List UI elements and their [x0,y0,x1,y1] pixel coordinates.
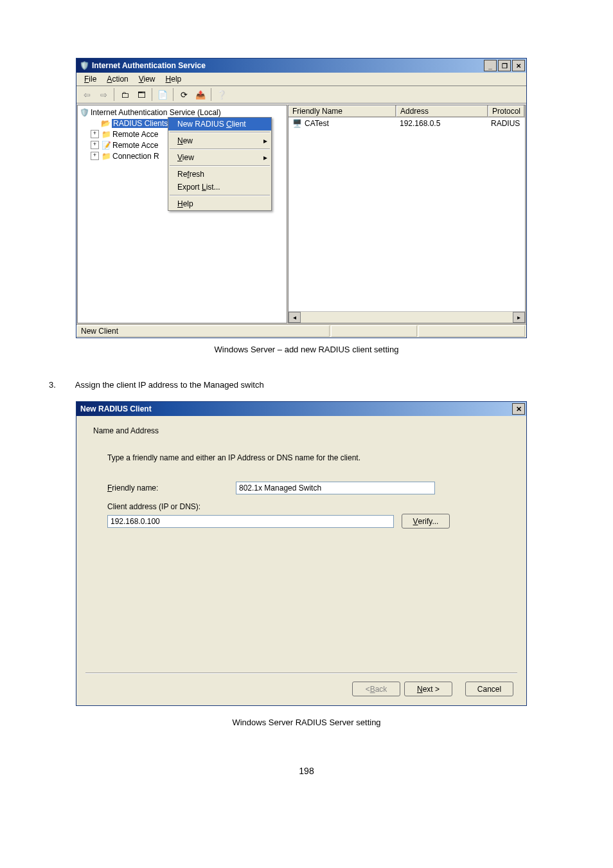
folder-icon: 📁 [101,130,111,139]
dialog-title: New RADIUS Client [80,404,152,413]
dialog-titlebar: New RADIUS Client ✕ [76,402,526,416]
step-3: 3. Assign the client IP address to the M… [49,380,613,390]
back-button: < Back [352,682,400,696]
wizard-buttons: < Back Next > Cancel [76,674,526,705]
caption-1: Windows Server – add new RADIUS client s… [0,345,613,354]
submenu-arrow-icon: ▸ [263,153,267,162]
list-rows: 🖥️CATest 192.168.0.5 RADIUS [289,118,525,311]
status-text: New Client [76,325,330,337]
expand-icon[interactable]: + [91,141,99,149]
scroll-left-icon[interactable]: ◂ [289,312,301,323]
menu-view[interactable]: View [134,74,161,84]
window-sysbuttons: _ ❐ ✕ [484,60,526,71]
ctx-export-list[interactable]: Export List... [168,181,271,194]
show-hide-tree-icon[interactable]: 🗔 [134,87,149,102]
instruction-text: Type a friendly name and either an IP Ad… [107,453,510,462]
logging-icon: 📝 [101,141,111,150]
help-icon[interactable]: ❔ [214,87,229,102]
ctx-new-radius-client[interactable]: New RADIUS Client [168,118,271,131]
cell-name: CATest [305,119,329,128]
friendly-name-input[interactable] [236,482,435,494]
client-address-input[interactable] [107,515,394,528]
page-number: 198 [0,766,613,776]
up-folder-icon[interactable]: 🗀 [117,87,132,102]
tree-pane: 🛡️ Internet Authentication Service (Loca… [77,105,287,323]
list-header: Friendly Name Address Protocol [289,105,525,118]
app-icon: 🛡️ [79,60,89,71]
col-friendly-name[interactable]: Friendly Name [289,105,396,117]
ias-titlebar: 🛡️ Internet Authentication Service _ ❐ ✕ [76,59,526,73]
properties-icon[interactable]: 📄 [155,87,170,102]
export-list-icon[interactable]: 📤 [193,87,208,102]
tree-root[interactable]: 🛡️ Internet Authentication Service (Loca… [79,107,285,118]
friendly-name-label: Friendly name: [107,484,236,493]
ias-title: Internet Authentication Service [92,61,206,70]
menu-action[interactable]: Action [102,74,133,84]
close-button[interactable]: ✕ [512,60,525,71]
expand-icon[interactable]: + [91,130,99,138]
list-pane: Friendly Name Address Protocol 🖥️CATest … [288,105,526,323]
toolbar: ⇦ ⇨ 🗀 🗔 📄 ⟳ 📤 ❔ [76,86,526,104]
col-protocol[interactable]: Protocol [488,105,525,117]
next-button[interactable]: Next > [404,682,452,696]
ctx-help[interactable]: Help [168,197,271,210]
group-title: Name and Address [93,426,510,435]
minimize-button[interactable]: _ [484,60,497,71]
cell-address: 192.168.0.5 [400,119,440,128]
menu-help[interactable]: Help [161,74,187,84]
refresh-icon[interactable]: ⟳ [176,87,191,102]
menubar: File Action View Help [76,73,526,86]
ctx-view[interactable]: View ▸ [168,151,271,164]
ctx-refresh[interactable]: Refresh [168,168,271,181]
nav-back-icon[interactable]: ⇦ [79,87,94,102]
list-row[interactable]: 🖥️CATest 192.168.0.5 RADIUS [289,118,525,129]
caption-2: Windows Server RADIUS Server setting [0,718,613,727]
folder-icon: 📁 [101,152,111,161]
scroll-right-icon[interactable]: ▸ [513,312,525,323]
col-address[interactable]: Address [396,105,488,117]
folder-open-icon: 📂 [100,119,111,128]
dialog-close-button[interactable]: ✕ [512,403,525,415]
step-number: 3. [49,380,56,390]
client-icon: 🖥️ [292,119,302,128]
submenu-arrow-icon: ▸ [263,136,267,145]
dialog-body: Name and Address Type a friendly name an… [76,416,526,673]
new-radius-client-dialog: New RADIUS Client ✕ Name and Address Typ… [76,401,527,706]
expand-icon[interactable]: + [91,152,99,160]
nav-forward-icon[interactable]: ⇨ [96,87,111,102]
step-text: Assign the client IP address to the Mana… [75,380,264,390]
context-menu: New RADIUS Client New ▸ View ▸ Refresh E… [168,117,272,211]
ctx-new[interactable]: New ▸ [168,134,271,147]
service-icon: 🛡️ [79,108,89,117]
restore-button[interactable]: ❐ [498,60,511,71]
ias-window: 🛡️ Internet Authentication Service _ ❐ ✕… [76,58,527,338]
status-bar: New Client [76,324,526,338]
menu-file[interactable]: File [79,74,102,84]
cancel-button[interactable]: Cancel [465,682,513,696]
verify-button[interactable]: Verify... [402,514,450,529]
horizontal-scrollbar[interactable]: ◂ ▸ [289,311,525,323]
ias-body: 🛡️ Internet Authentication Service (Loca… [76,104,526,324]
cell-protocol: RADIUS [491,119,520,128]
client-address-label: Client address (IP or DNS): [107,502,200,511]
